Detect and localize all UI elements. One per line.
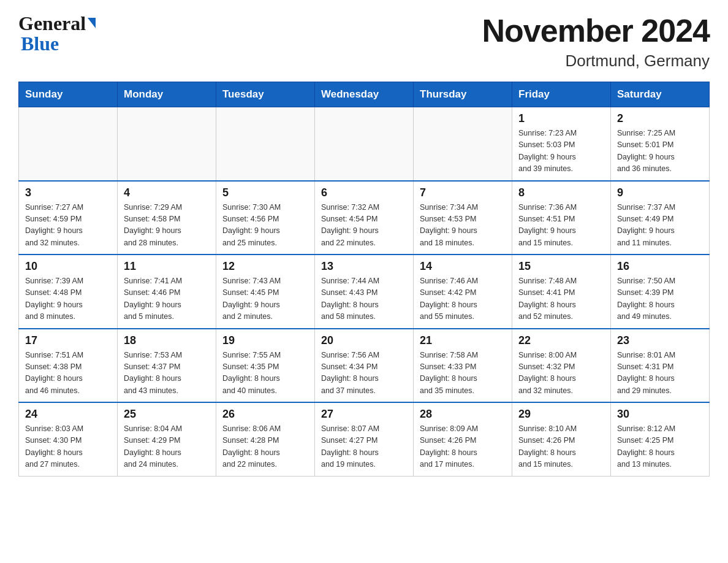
logo-blue: Blue bbox=[18, 33, 59, 55]
day-number: 21 bbox=[420, 334, 506, 347]
table-row: 28Sunrise: 8:09 AM Sunset: 4:26 PM Dayli… bbox=[414, 402, 512, 476]
day-number: 24 bbox=[25, 408, 111, 421]
day-number: 5 bbox=[222, 186, 308, 199]
header-thursday: Thursday bbox=[414, 82, 512, 107]
day-info: Sunrise: 7:32 AM Sunset: 4:54 PM Dayligh… bbox=[321, 202, 407, 250]
day-info: Sunrise: 7:58 AM Sunset: 4:33 PM Dayligh… bbox=[420, 350, 506, 397]
day-info: Sunrise: 7:51 AM Sunset: 4:38 PM Dayligh… bbox=[25, 350, 111, 397]
day-info: Sunrise: 8:06 AM Sunset: 4:28 PM Dayligh… bbox=[222, 423, 308, 471]
day-info: Sunrise: 7:56 AM Sunset: 4:34 PM Dayligh… bbox=[321, 350, 407, 397]
table-row: 3Sunrise: 7:27 AM Sunset: 4:59 PM Daylig… bbox=[19, 181, 118, 255]
page-header: General Blue November 2024 Dortmund, Ger… bbox=[18, 12, 710, 71]
table-row: 25Sunrise: 8:04 AM Sunset: 4:29 PM Dayli… bbox=[118, 402, 216, 476]
table-row: 8Sunrise: 7:36 AM Sunset: 4:51 PM Daylig… bbox=[512, 181, 611, 255]
day-info: Sunrise: 7:41 AM Sunset: 4:46 PM Dayligh… bbox=[124, 275, 210, 323]
day-number: 18 bbox=[124, 334, 210, 347]
table-row: 24Sunrise: 8:03 AM Sunset: 4:30 PM Dayli… bbox=[19, 402, 118, 476]
table-row: 2Sunrise: 7:25 AM Sunset: 5:01 PM Daylig… bbox=[611, 107, 710, 181]
day-number: 17 bbox=[25, 334, 111, 347]
day-number: 26 bbox=[222, 408, 308, 421]
table-row: 5Sunrise: 7:30 AM Sunset: 4:56 PM Daylig… bbox=[216, 181, 315, 255]
table-row bbox=[19, 107, 118, 181]
day-info: Sunrise: 7:37 AM Sunset: 4:49 PM Dayligh… bbox=[617, 202, 703, 250]
table-row: 16Sunrise: 7:50 AM Sunset: 4:39 PM Dayli… bbox=[611, 255, 710, 329]
table-row: 9Sunrise: 7:37 AM Sunset: 4:49 PM Daylig… bbox=[611, 181, 710, 255]
table-row: 7Sunrise: 7:34 AM Sunset: 4:53 PM Daylig… bbox=[414, 181, 512, 255]
day-info: Sunrise: 7:46 AM Sunset: 4:42 PM Dayligh… bbox=[420, 275, 506, 323]
calendar-header-row: Sunday Monday Tuesday Wednesday Thursday… bbox=[19, 82, 710, 107]
day-number: 10 bbox=[25, 260, 111, 273]
table-row: 17Sunrise: 7:51 AM Sunset: 4:38 PM Dayli… bbox=[19, 329, 118, 403]
day-number: 19 bbox=[222, 334, 308, 347]
header-friday: Friday bbox=[512, 82, 611, 107]
table-row: 11Sunrise: 7:41 AM Sunset: 4:46 PM Dayli… bbox=[118, 255, 216, 329]
table-row: 18Sunrise: 7:53 AM Sunset: 4:37 PM Dayli… bbox=[118, 329, 216, 403]
day-info: Sunrise: 7:29 AM Sunset: 4:58 PM Dayligh… bbox=[124, 202, 210, 250]
table-row: 10Sunrise: 7:39 AM Sunset: 4:48 PM Dayli… bbox=[19, 255, 118, 329]
day-number: 3 bbox=[25, 186, 111, 199]
header-sunday: Sunday bbox=[19, 82, 118, 107]
table-row: 20Sunrise: 7:56 AM Sunset: 4:34 PM Dayli… bbox=[315, 329, 414, 403]
page-subtitle: Dortmund, Germany bbox=[482, 52, 710, 71]
day-info: Sunrise: 8:09 AM Sunset: 4:26 PM Dayligh… bbox=[420, 423, 506, 471]
header-saturday: Saturday bbox=[611, 82, 710, 107]
table-row bbox=[315, 107, 414, 181]
table-row: 15Sunrise: 7:48 AM Sunset: 4:41 PM Dayli… bbox=[512, 255, 611, 329]
day-number: 28 bbox=[420, 408, 506, 421]
calendar-week-row: 24Sunrise: 8:03 AM Sunset: 4:30 PM Dayli… bbox=[19, 402, 710, 476]
day-info: Sunrise: 8:01 AM Sunset: 4:31 PM Dayligh… bbox=[617, 350, 703, 397]
day-number: 30 bbox=[617, 408, 703, 421]
day-number: 23 bbox=[617, 334, 703, 347]
table-row bbox=[118, 107, 216, 181]
day-info: Sunrise: 8:10 AM Sunset: 4:26 PM Dayligh… bbox=[518, 423, 604, 471]
calendar-week-row: 10Sunrise: 7:39 AM Sunset: 4:48 PM Dayli… bbox=[19, 255, 710, 329]
day-number: 7 bbox=[420, 186, 506, 199]
day-number: 1 bbox=[518, 112, 604, 125]
day-info: Sunrise: 7:53 AM Sunset: 4:37 PM Dayligh… bbox=[124, 350, 210, 397]
day-number: 20 bbox=[321, 334, 407, 347]
table-row: 19Sunrise: 7:55 AM Sunset: 4:35 PM Dayli… bbox=[216, 329, 315, 403]
calendar-week-row: 1Sunrise: 7:23 AM Sunset: 5:03 PM Daylig… bbox=[19, 107, 710, 181]
day-number: 14 bbox=[420, 260, 506, 273]
logo-arrow-icon bbox=[88, 18, 96, 28]
day-number: 12 bbox=[222, 260, 308, 273]
day-number: 9 bbox=[617, 186, 703, 199]
table-row: 1Sunrise: 7:23 AM Sunset: 5:03 PM Daylig… bbox=[512, 107, 611, 181]
day-number: 22 bbox=[518, 334, 604, 347]
day-info: Sunrise: 7:23 AM Sunset: 5:03 PM Dayligh… bbox=[518, 128, 604, 175]
calendar-week-row: 17Sunrise: 7:51 AM Sunset: 4:38 PM Dayli… bbox=[19, 329, 710, 403]
day-number: 2 bbox=[617, 112, 703, 125]
logo: General Blue bbox=[18, 12, 96, 55]
day-info: Sunrise: 7:44 AM Sunset: 4:43 PM Dayligh… bbox=[321, 275, 407, 323]
table-row: 27Sunrise: 8:07 AM Sunset: 4:27 PM Dayli… bbox=[315, 402, 414, 476]
header-monday: Monday bbox=[118, 82, 216, 107]
day-number: 6 bbox=[321, 186, 407, 199]
day-info: Sunrise: 7:43 AM Sunset: 4:45 PM Dayligh… bbox=[222, 275, 308, 323]
logo-general: General bbox=[18, 12, 86, 35]
table-row: 30Sunrise: 8:12 AM Sunset: 4:25 PM Dayli… bbox=[611, 402, 710, 476]
header-wednesday: Wednesday bbox=[315, 82, 414, 107]
day-number: 16 bbox=[617, 260, 703, 273]
calendar-table: Sunday Monday Tuesday Wednesday Thursday… bbox=[18, 82, 710, 477]
header-tuesday: Tuesday bbox=[216, 82, 315, 107]
day-info: Sunrise: 7:55 AM Sunset: 4:35 PM Dayligh… bbox=[222, 350, 308, 397]
day-number: 27 bbox=[321, 408, 407, 421]
table-row: 23Sunrise: 8:01 AM Sunset: 4:31 PM Dayli… bbox=[611, 329, 710, 403]
day-info: Sunrise: 8:12 AM Sunset: 4:25 PM Dayligh… bbox=[617, 423, 703, 471]
table-row: 12Sunrise: 7:43 AM Sunset: 4:45 PM Dayli… bbox=[216, 255, 315, 329]
table-row: 4Sunrise: 7:29 AM Sunset: 4:58 PM Daylig… bbox=[118, 181, 216, 255]
table-row: 14Sunrise: 7:46 AM Sunset: 4:42 PM Dayli… bbox=[414, 255, 512, 329]
day-info: Sunrise: 8:04 AM Sunset: 4:29 PM Dayligh… bbox=[124, 423, 210, 471]
day-info: Sunrise: 7:50 AM Sunset: 4:39 PM Dayligh… bbox=[617, 275, 703, 323]
table-row: 29Sunrise: 8:10 AM Sunset: 4:26 PM Dayli… bbox=[512, 402, 611, 476]
table-row: 13Sunrise: 7:44 AM Sunset: 4:43 PM Dayli… bbox=[315, 255, 414, 329]
day-info: Sunrise: 7:34 AM Sunset: 4:53 PM Dayligh… bbox=[420, 202, 506, 250]
day-info: Sunrise: 8:07 AM Sunset: 4:27 PM Dayligh… bbox=[321, 423, 407, 471]
day-info: Sunrise: 7:27 AM Sunset: 4:59 PM Dayligh… bbox=[25, 202, 111, 250]
calendar-week-row: 3Sunrise: 7:27 AM Sunset: 4:59 PM Daylig… bbox=[19, 181, 710, 255]
day-info: Sunrise: 8:03 AM Sunset: 4:30 PM Dayligh… bbox=[25, 423, 111, 471]
day-number: 11 bbox=[124, 260, 210, 273]
table-row bbox=[414, 107, 512, 181]
day-info: Sunrise: 7:25 AM Sunset: 5:01 PM Dayligh… bbox=[617, 128, 703, 175]
table-row: 6Sunrise: 7:32 AM Sunset: 4:54 PM Daylig… bbox=[315, 181, 414, 255]
